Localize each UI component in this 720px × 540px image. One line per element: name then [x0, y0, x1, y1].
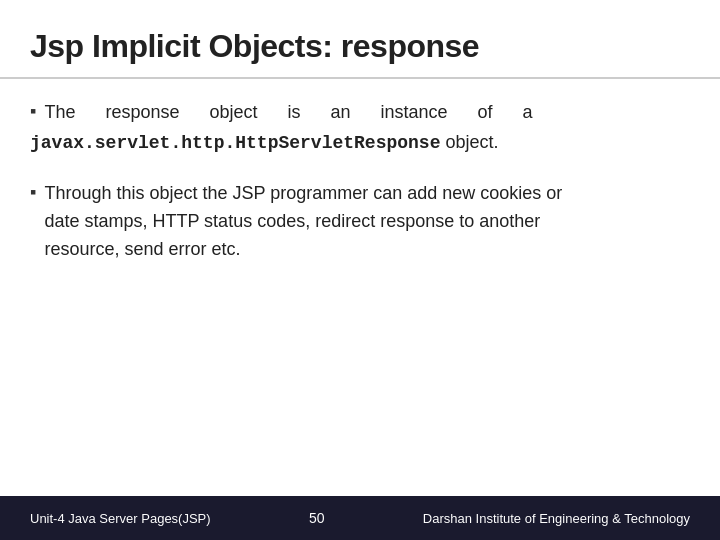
bullet-text-after-code: object.: [445, 132, 498, 152]
footer-right: Darshan Institute of Engineering & Techn…: [423, 511, 690, 526]
bullet-text-2-container: Through this object the JSP programmer c…: [44, 180, 562, 264]
bullet-symbol-2: ▪: [30, 182, 36, 203]
slide-title: Jsp Implicit Objects: response: [30, 28, 690, 65]
content-section: ▪ The response object is an instance of …: [0, 79, 720, 496]
bullet-line-1: ▪ The response object is an instance of …: [30, 99, 690, 127]
code-text-1: javax.servlet.http.HttpServletResponse: [30, 133, 440, 153]
bullet-code-line: javax.servlet.http.HttpServletResponse o…: [30, 129, 690, 158]
bullet-symbol-1: ▪: [30, 101, 36, 122]
bullet-text-1: The response object is an instance of a: [44, 99, 532, 127]
footer-left: Unit-4 Java Server Pages(JSP): [30, 511, 211, 526]
footer-page-number: 50: [309, 510, 325, 526]
footer: Unit-4 Java Server Pages(JSP) 50 Darshan…: [0, 496, 720, 540]
bullet-item-1: ▪ The response object is an instance of …: [30, 99, 690, 158]
slide-container: Jsp Implicit Objects: response ▪ The res…: [0, 0, 720, 540]
title-section: Jsp Implicit Objects: response: [0, 0, 720, 79]
bullet-line-2: ▪ Through this object the JSP programmer…: [30, 180, 690, 264]
bullet-item-2: ▪ Through this object the JSP programmer…: [30, 180, 690, 264]
bullet-text-2-line2: date stamps, HTTP status codes, redirect…: [44, 208, 562, 236]
bullet-text-2-line1: Through this object the JSP programmer c…: [44, 180, 562, 208]
bullet-text-2-line3: resource, send error etc.: [44, 236, 562, 264]
